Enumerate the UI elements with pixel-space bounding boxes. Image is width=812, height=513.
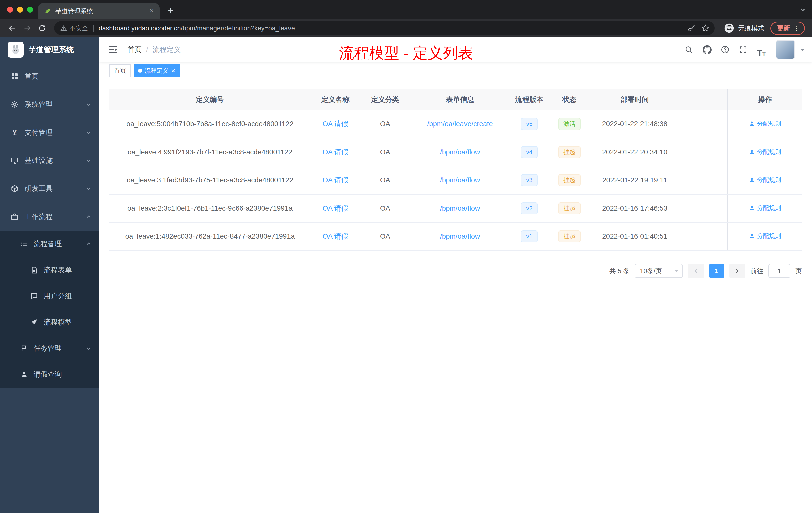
omnibox-divider [93,25,94,32]
form-info-link[interactable]: /bpm/oa/flow [440,233,480,240]
star-icon[interactable] [701,24,709,32]
status-badge: 激活 [558,118,580,130]
main-panel: 首页 / 流程定义 TT [99,37,812,513]
sidebar-item-user-group[interactable]: 用户分组 [0,283,99,309]
zoom-window-button[interactable] [27,6,33,12]
forward-icon[interactable] [20,21,34,35]
sidebar-header[interactable]: 芋道管理系统 [0,37,99,62]
dashboard-icon [10,72,19,81]
sidebar-item-infrastructure[interactable]: 基础设施 [0,147,99,175]
assign-rule-link[interactable]: 分配规则 [749,204,781,212]
definition-name-link[interactable]: OA 请假 [323,176,348,184]
column-process-version: 流程版本 [510,89,548,110]
cube-icon [10,184,19,193]
security-chip[interactable]: 不安全 [60,24,88,32]
briefcase-icon [10,212,19,221]
url-text: dashboard.yudao.iocoder.cn/bpm/manager/d… [99,24,680,32]
kebab-menu-icon[interactable]: ⋮ [793,24,800,32]
tag-close-icon[interactable]: × [171,67,175,74]
sidebar-item-task-mgmt[interactable]: 任务管理 [0,335,99,361]
column-actions: 操作 [728,89,802,110]
avatar-dropdown-caret-icon[interactable] [800,49,805,54]
version-badge: v3 [521,174,537,186]
sidebar-item-dev-tools[interactable]: 研发工具 [0,175,99,203]
cell-definition-id: oa_leave:3:1fad3d93-7b75-11ec-a3c8-acde4… [110,166,310,194]
breadcrumb-home[interactable]: 首页 [127,45,142,55]
minimize-window-button[interactable] [17,6,23,12]
form-info-link[interactable]: /bpm/oa/leave/create [427,120,493,128]
key-icon[interactable] [688,24,696,32]
definition-table-body: oa_leave:5:004b710b-7b8a-11ec-8ef0-acde4… [110,110,802,250]
update-button[interactable]: 更新 ⋮ [770,22,805,35]
assign-rule-link[interactable]: 分配规则 [749,176,781,184]
address-bar[interactable]: 不安全 dashboard.yudao.iocoder.cn/bpm/manag… [54,21,715,35]
form-info-link[interactable]: /bpm/oa/flow [440,204,480,212]
sidebar-item-workflow[interactable]: 工作流程 [0,203,99,231]
back-icon[interactable] [5,21,19,35]
toolbar-right: 无痕模式 更新 ⋮ [720,22,807,35]
reload-icon[interactable] [35,21,49,35]
sidebar-item-process-mgmt[interactable]: 流程管理 [0,231,99,257]
close-window-button[interactable] [7,6,13,12]
status-badge: 挂起 [558,202,580,214]
tab-search-chevron-icon[interactable] [800,6,806,12]
next-page-button[interactable] [729,264,745,278]
font-size-icon[interactable]: TT [754,42,769,57]
avatar[interactable] [776,40,795,59]
breadcrumb-separator: / [146,46,148,54]
breadcrumb: 首页 / 流程定义 [127,45,181,55]
cell-filler [679,138,728,166]
sidebar-item-label: 流程管理 [34,239,62,249]
prev-page-button[interactable] [688,264,704,278]
search-icon[interactable] [682,42,696,57]
pagination: 共 5 条 10条/页 1 前往 页 [110,264,802,278]
yen-icon: ¥ [10,128,19,137]
status-badge: 挂起 [558,146,580,158]
assign-rule-link[interactable]: 分配规则 [749,232,781,240]
version-badge: v5 [521,118,537,130]
sidebar-item-label: 首页 [25,71,39,81]
form-info-link[interactable]: /bpm/oa/flow [440,148,480,156]
sidebar-item-system-mgmt[interactable]: 系统管理 [0,90,99,118]
cell-deploy-time: 2022-01-22 20:34:10 [590,138,679,166]
sidebar-item-process-model[interactable]: 流程模型 [0,309,99,335]
tag-process-definition[interactable]: 流程定义 × [134,64,179,77]
column-definition-category: 定义分类 [360,89,410,110]
browser-tabstrip: 芋道管理系统 × + [0,0,812,19]
definition-name-link[interactable]: OA 请假 [323,120,348,128]
browser-tab[interactable]: 芋道管理系统 × [38,3,160,19]
goto-page-input[interactable] [768,264,790,278]
user-icon [749,233,755,239]
question-icon[interactable] [718,42,733,57]
definition-name-link[interactable]: OA 请假 [323,148,348,156]
sidebar-item-process-form[interactable]: 流程表单 [0,257,99,283]
sidebar-item-payment-mgmt[interactable]: ¥ 支付管理 [0,118,99,147]
goto-label: 前往 [750,267,763,275]
sidebar-item-label: 用户分组 [44,292,72,301]
tag-home[interactable]: 首页 [110,64,130,77]
column-definition-id: 定义编号 [110,89,310,110]
user-icon [749,121,755,127]
sidebar-menu: 首页 系统管理 ¥ 支付管理 [0,62,99,388]
tag-label: 流程定义 [145,66,169,74]
incognito-icon [724,23,735,34]
sidebar-item-home[interactable]: 首页 [0,62,99,90]
column-deploy-time: 部署时间 [590,89,679,110]
column-filler [679,89,728,110]
form-info-link[interactable]: /bpm/oa/flow [440,176,480,184]
hamburger-icon[interactable] [108,44,118,55]
definition-table: 定义编号 定义名称 定义分类 表单信息 流程版本 状态 部署时间 操作 oa_l… [110,89,802,251]
definition-name-link[interactable]: OA 请假 [323,233,348,240]
sidebar-item-label: 流程表单 [44,265,72,275]
assign-rule-link[interactable]: 分配规则 [749,148,781,156]
page-size-select[interactable]: 10条/页 [635,264,683,278]
github-icon[interactable] [699,42,715,57]
sidebar-item-leave-query[interactable]: 请假查询 [0,361,99,388]
fullscreen-icon[interactable] [736,42,751,57]
assign-rule-link[interactable]: 分配规则 [749,120,781,128]
definition-name-link[interactable]: OA 请假 [323,204,348,212]
tab-close-icon[interactable]: × [148,7,156,15]
page-number-button[interactable]: 1 [709,264,724,278]
cell-filler [679,222,728,250]
new-tab-button[interactable]: + [164,3,178,18]
